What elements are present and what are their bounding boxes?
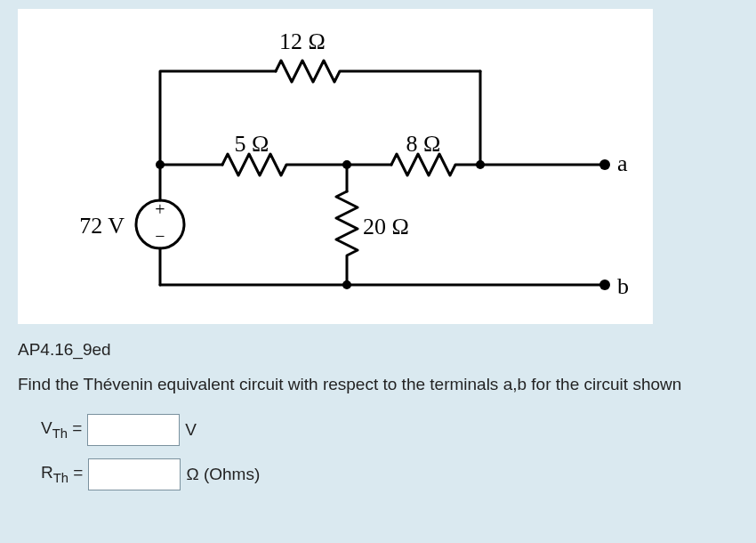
label-terminal-b: b (617, 273, 629, 299)
vth-unit: V (185, 420, 197, 440)
svg-point-6 (599, 280, 610, 290)
vth-label: VTh = (41, 418, 82, 441)
source-plus: + (155, 199, 165, 219)
circuit-image: 12 Ω 5 Ω 8 Ω 20 Ω 72 V a b + − (18, 9, 653, 324)
problem-prompt: Find the Thévenin equivalent circuit wit… (18, 372, 738, 398)
rth-input[interactable] (88, 458, 181, 490)
label-r-right: 8 Ω (406, 131, 441, 157)
circuit-svg: 12 Ω 5 Ω 8 Ω 20 Ω 72 V a b + − (36, 18, 640, 312)
label-r-mid: 20 Ω (363, 214, 409, 239)
source-minus: − (155, 226, 165, 246)
svg-point-5 (599, 159, 610, 170)
vth-row: VTh = V (41, 414, 738, 446)
label-r-left: 5 Ω (235, 131, 269, 157)
label-r-top: 12 Ω (279, 28, 326, 54)
rth-row: RTh = Ω (Ohms) (41, 458, 738, 490)
svg-point-1 (156, 160, 165, 169)
label-terminal-a: a (617, 150, 628, 176)
vth-input[interactable] (87, 414, 180, 446)
problem-id: AP4.16_9ed (18, 340, 738, 360)
label-source: 72 V (79, 213, 125, 239)
svg-point-3 (476, 160, 485, 169)
problem-text: AP4.16_9ed Find the Thévenin equivalent … (18, 340, 738, 490)
svg-point-2 (342, 160, 351, 169)
rth-unit: Ω (Ohms) (186, 465, 260, 484)
rth-label: RTh = (41, 463, 83, 485)
svg-point-4 (342, 280, 351, 289)
